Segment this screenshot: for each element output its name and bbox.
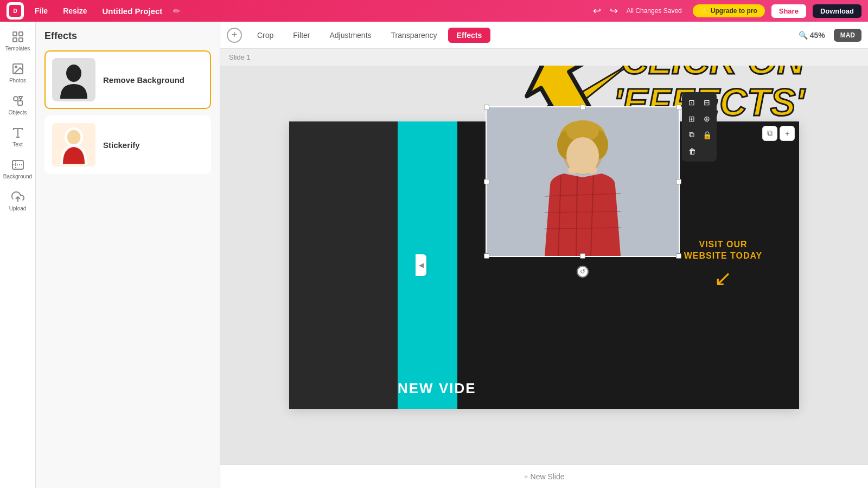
shapes-icon [11,94,24,107]
zoom-icon: 🔍 [799,31,808,40]
effects-panel: Effects Remove Background [36,22,220,488]
canvas-actions: ⧉ + [762,126,795,141]
sidebar-item-templates[interactable]: Templates [3,26,33,56]
sidebar-label-photos: Photos [9,78,26,84]
tab-adjustments[interactable]: Adjustments [321,28,380,43]
sidebar-item-objects[interactable]: Objects [3,90,33,120]
svg-point-14 [66,65,81,82]
edit-icon[interactable]: ✏ [173,6,180,16]
slide-bg-dark [289,121,398,409]
chevron-left-icon: ◀ [419,261,424,269]
effect-card-stickerify[interactable]: Stickerify [44,115,211,174]
sidebar-item-text[interactable]: Text [3,122,33,152]
effect-card-remove-bg[interactable]: Remove Background [44,50,211,109]
topbar: D File Resize Untitled Project ✏ ↩ ↪ All… [0,0,868,22]
person-figure-svg [507,115,659,256]
sidebar-item-upload[interactable]: Upload [3,186,33,216]
sidebar-label-upload: Upload [9,206,27,211]
ctx-row-2: ⊞ ⊕ [685,112,713,126]
ctx-lock-btn[interactable]: 🔒 [700,128,713,142]
icon-sidebar: Templates Photos Objects Text [0,22,36,488]
ctx-row-3: ⧉ 🔒 [685,128,713,142]
sidebar-label-objects: Objects [9,110,27,115]
svg-point-6 [14,97,18,101]
handle-top-center[interactable] [580,105,585,110]
ctx-duplicate-btn[interactable]: ⧉ [685,128,698,142]
remove-bg-label: Remove Background [103,75,184,85]
new-video-text: NEW VIDE [398,380,476,397]
canvas-workspace[interactable]: ◀ NEW VIDE VISIT OUR WEBSITE TODAY ↙ [220,66,868,464]
ctx-crop-btn[interactable]: ⊞ [685,112,698,126]
duplicate-canvas-btn[interactable]: ⧉ [762,126,777,141]
handle-middle-right[interactable] [676,179,681,184]
ctx-delete-btn[interactable]: 🗑 [685,144,699,158]
handle-bottom-right[interactable] [676,253,681,259]
undo-button[interactable]: ↩ [591,3,603,19]
selected-image[interactable]: ↺ ⊡ ⊟ ⊞ ⊕ ⧉ 🔒 [486,106,680,257]
undo-redo-group: ↩ ↪ [591,3,620,19]
resize-menu[interactable]: Resize [59,4,91,17]
person-photo [487,107,679,256]
slide-canvas: NEW VIDE VISIT OUR WEBSITE TODAY ↙ [289,121,799,409]
collapse-panel-arrow[interactable]: ◀ [416,254,426,276]
slide-label: Slide 1 [220,49,868,66]
context-toolbar: ⊡ ⊟ ⊞ ⊕ ⧉ 🔒 🗑 [682,92,717,162]
handle-middle-left[interactable] [484,179,489,184]
tab-effects[interactable]: Effects [448,28,491,43]
stickerify-label: Stickerify [103,140,140,150]
handle-bottom-center[interactable] [580,253,585,259]
svg-rect-7 [18,101,22,105]
save-status: All Changes Saved [627,7,682,15]
tabs-bar: + Crop Filter Adjustments Transparency E… [220,22,868,49]
tab-crop[interactable]: Crop [248,28,282,43]
click-on-text: CLICK ON [614,66,805,82]
ctx-row-1: ⊡ ⊟ [685,95,713,110]
project-title[interactable]: Untitled Project [98,4,167,18]
handle-top-right[interactable] [676,105,681,110]
sidebar-item-background[interactable]: Background [3,154,33,184]
sidebar-item-photos[interactable]: Photos [3,58,33,88]
upload-icon [11,190,24,203]
new-slide-bar: + New Slide [220,464,868,488]
image-icon [11,62,24,75]
handle-top-left[interactable] [484,105,489,110]
download-button[interactable]: Download [813,4,861,18]
app-logo: D [7,2,24,20]
mad-button[interactable]: MAD [834,29,861,42]
add-tab-button[interactable]: + [227,28,242,43]
stickerify-preview [52,123,95,166]
redo-button[interactable]: ↪ [608,3,620,19]
sidebar-label-text: Text [12,142,22,147]
ctx-layers-btn[interactable]: ⊕ [700,112,713,126]
remove-bg-thumbnail [52,58,95,101]
svg-point-16 [67,130,80,144]
logo-inner: D [9,5,21,17]
ctx-split-btn[interactable]: ⊟ [700,95,713,110]
star-icon: ⭐ [700,7,709,15]
ctx-select-btn[interactable]: ⊡ [685,95,698,110]
share-button[interactable]: Share [771,4,806,18]
sidebar-label-templates: Templates [5,46,30,52]
text-icon [11,126,24,139]
upgrade-button[interactable]: ⭐ Upgrade to pro [693,4,765,17]
bg-icon [11,158,24,171]
visit-arrow-icon: ↙ [714,266,732,291]
svg-rect-1 [19,32,23,36]
zoom-indicator: 🔍 45% [799,31,825,40]
new-slide-button[interactable]: + New Slide [510,468,577,485]
remove-bg-preview [52,58,95,101]
ctx-row-4: 🗑 [685,144,713,158]
svg-rect-0 [13,32,17,36]
main-layout: Templates Photos Objects Text [0,22,868,488]
handle-bottom-left[interactable] [484,253,489,259]
effects-panel-title: Effects [44,30,211,42]
stickerify-thumbnail [52,123,95,166]
svg-point-5 [15,66,17,68]
add-canvas-btn[interactable]: + [780,126,795,141]
tab-filter[interactable]: Filter [284,28,318,43]
tab-transparency[interactable]: Transparency [382,28,446,43]
file-menu[interactable]: File [30,4,52,17]
canvas-area: + Crop Filter Adjustments Transparency E… [220,22,868,488]
svg-rect-3 [19,38,23,42]
rotate-handle[interactable]: ↺ [577,266,589,278]
